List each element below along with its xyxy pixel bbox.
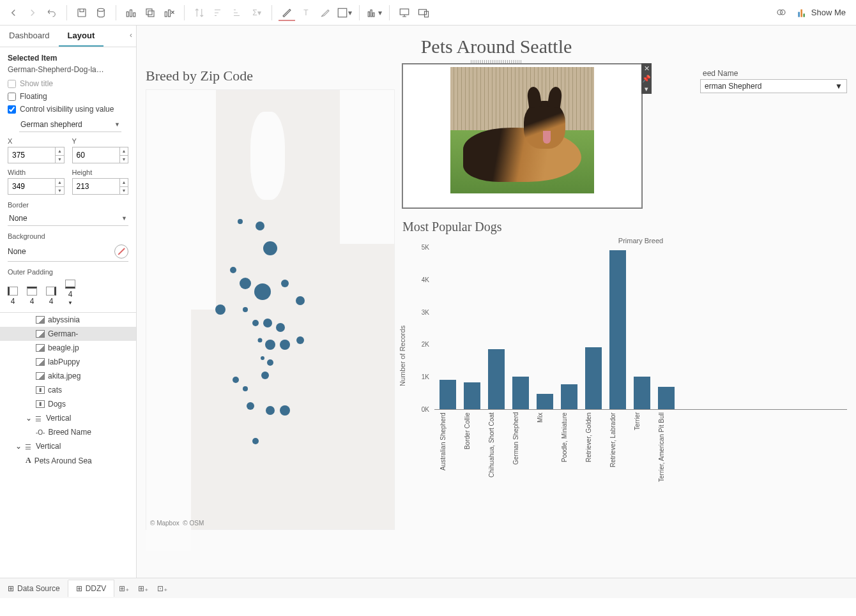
tree-item-container[interactable]: ⌄Vertical [0,439,136,453]
svg-rect-14 [419,9,427,14]
swap-icon[interactable] [191,4,208,21]
border-label: Border [8,201,128,209]
background-none-icon[interactable] [114,244,128,259]
bar-chart[interactable]: Primary Breed Number of Records 0K1K2K3K… [402,237,847,537]
clear-sheet-icon[interactable] [161,4,178,21]
map-viz[interactable]: © Mapbox © OSM [146,89,395,530]
x-label: X [8,137,65,145]
background-label: Background [8,232,128,240]
tree-item[interactable]: -O-Breed Name [0,425,136,439]
svg-rect-20 [803,13,805,17]
more-icon[interactable]: ▾ [641,84,652,94]
close-icon[interactable]: ✕ [641,63,652,73]
x-input[interactable]: ▲▼ [8,147,65,163]
height-label: Height [72,169,129,176]
bar[interactable] [634,377,650,409]
forward-button[interactable] [24,4,41,21]
svg-rect-3 [130,10,132,17]
tree-item-container[interactable]: ⌄Vertical [0,411,136,425]
x-label: Retriever, Labrador [609,412,626,515]
dog-image [450,67,594,193]
breed-filter: eed Name erman Shepherd▼ [700,69,847,93]
chevron-down-icon: ⌄ [26,414,32,423]
x-label: Border Collie [464,412,480,515]
floating-checkbox[interactable]: Floating [8,92,128,101]
show-cards-dropdown[interactable]: ▾ [366,4,383,21]
x-label: Poodle, Miniature [561,412,577,515]
sheet-tab-active[interactable]: ⊞DDZV [68,580,115,597]
new-worksheet-icon[interactable]: ⊞₊ [114,584,134,593]
bar[interactable] [561,384,577,409]
svg-rect-18 [798,11,800,17]
text-icon[interactable]: T [298,4,314,21]
duplicate-sheet-icon[interactable] [142,4,158,21]
dashboard-icon: ⊞ [76,584,82,593]
visibility-checkbox[interactable]: Control visibility using value [8,105,128,114]
find-icon[interactable] [773,4,790,21]
show-me-button[interactable]: Show Me [792,5,851,20]
tree-item[interactable]: APets Around Sea [0,453,136,468]
chart-title: Most Popular Dogs [402,220,847,234]
tree-item[interactable]: labPuppy [0,355,136,369]
annotate-icon[interactable] [317,4,333,21]
tree-item[interactable]: Dogs [0,397,136,411]
padding-controls[interactable]: 4 4 4 4▼ [8,280,128,306]
bar[interactable] [537,394,553,409]
svg-rect-9 [338,8,347,17]
save-button[interactable] [73,4,90,21]
filter-label: eed Name [700,69,847,78]
new-data-button[interactable] [93,4,109,21]
sort-asc-icon[interactable] [210,4,227,21]
new-story-icon[interactable]: ⊡₊ [153,584,172,593]
tab-dashboard[interactable]: Dashboard [0,26,59,47]
map-title: Breed by Zip Code [146,68,395,84]
image-object-selected[interactable]: ✕ 📌 ▾ [402,64,642,208]
height-input[interactable]: ▲▼ [72,178,129,195]
datasource-icon: ⊞ [8,584,14,593]
x-label: Chihuahua, Short Coat [488,412,505,515]
tree-item[interactable]: beagle.jp [0,341,136,355]
x-label: Mix [537,412,553,515]
svg-rect-8 [169,10,171,17]
x-label: Terrier [634,412,650,515]
dashboard-canvas: Pets Around Seattle Breed by Zip Code [137,26,856,578]
filter-dropdown[interactable]: erman Shepherd▼ [700,79,847,93]
width-label: Width [8,169,65,176]
data-source-tab[interactable]: ⊞Data Source [0,580,68,597]
svg-rect-11 [371,10,372,17]
svg-rect-0 [78,9,86,17]
collapse-side-icon[interactable]: ‹ [130,31,132,40]
item-hierarchy-tree: abyssinia German- beagle.jp labPuppy aki… [0,312,136,578]
fit-dropdown[interactable]: ▾ [336,4,353,21]
pin-icon[interactable]: 📌 [641,73,652,84]
tree-item-selected[interactable]: German- [0,327,136,341]
bar[interactable] [585,347,602,409]
bar[interactable] [464,382,480,409]
bar[interactable] [609,250,626,409]
tree-item[interactable]: akita.jpeg [0,369,136,383]
tab-layout[interactable]: Layout [59,26,104,47]
undo-button[interactable] [43,4,60,21]
x-label: Australian Shepherd [439,412,456,515]
bar[interactable] [439,380,456,409]
border-dropdown[interactable]: None▼ [8,211,128,226]
highlight-icon[interactable] [279,4,295,21]
visibility-value-dropdown[interactable]: German shepherd▼ [19,117,121,132]
worksheet-add-icon[interactable] [123,4,139,21]
bar[interactable] [488,349,505,409]
show-me-label: Show Me [811,8,846,17]
sort-desc-icon[interactable] [229,4,246,21]
show-title-checkbox[interactable]: Show title [8,79,128,88]
chevron-down-icon: ⌄ [15,442,22,451]
totals-icon[interactable]: Σ▾ [248,4,265,21]
device-preview-icon[interactable] [415,4,432,21]
bar[interactable] [658,387,675,409]
tree-item[interactable]: abyssinia [0,313,136,327]
bar[interactable] [512,377,529,409]
new-dashboard-icon[interactable]: ⊞₊ [134,584,153,593]
y-input[interactable]: ▲▼ [72,147,129,163]
width-input[interactable]: ▲▼ [8,178,65,195]
back-button[interactable] [5,4,22,21]
presentation-icon[interactable] [396,4,413,21]
tree-item[interactable]: cats [0,383,136,397]
